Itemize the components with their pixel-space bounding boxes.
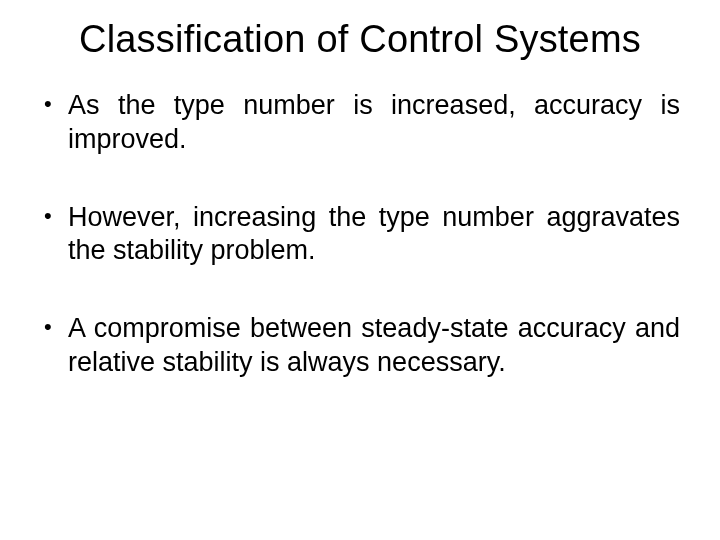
list-item: As the type number is increased, accurac… [40,89,680,157]
bullet-text: As the type number is increased, accurac… [68,90,680,154]
slide: Classification of Control Systems As the… [0,0,720,540]
bullet-text: However, increasing the type number aggr… [68,202,680,266]
list-item: A compromise between steady-state accura… [40,312,680,380]
list-item: However, increasing the type number aggr… [40,201,680,269]
bullet-list: As the type number is increased, accurac… [40,89,680,380]
slide-title: Classification of Control Systems [40,18,680,61]
bullet-text: A compromise between steady-state accura… [68,313,680,377]
